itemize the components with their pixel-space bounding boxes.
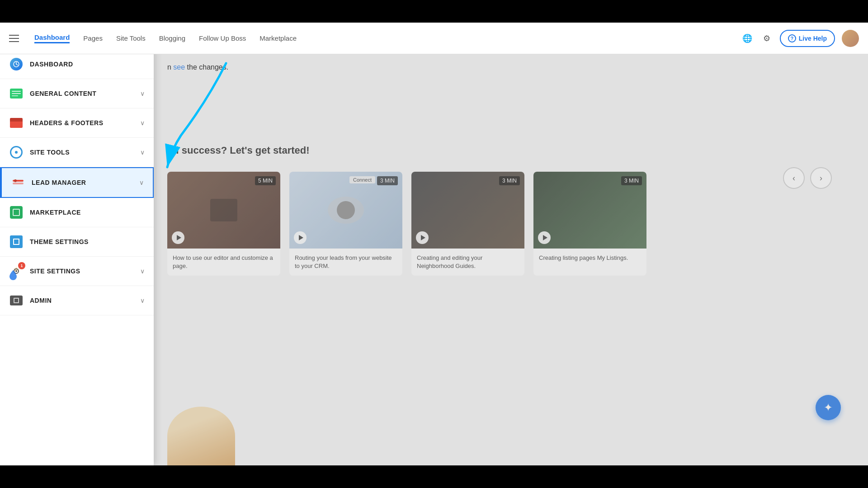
sidebar-label-general-content: GENERAL CONTENT bbox=[30, 90, 140, 97]
chevron-admin: ∨ bbox=[140, 297, 145, 304]
dashboard-icon bbox=[9, 57, 24, 71]
nav-dashboard[interactable]: Dashboard bbox=[34, 33, 70, 43]
lead-manager-icon bbox=[11, 175, 25, 190]
nav-blogging[interactable]: Blogging bbox=[159, 34, 185, 42]
live-help-label: Live Help bbox=[799, 35, 827, 42]
main-nav: Dashboard Pages Site Tools Blogging Foll… bbox=[34, 33, 741, 43]
sidebar-label-site-tools: SITE TOOLS bbox=[30, 149, 140, 156]
gear-icon[interactable]: ⚙ bbox=[760, 32, 773, 45]
nav-follow-up-boss[interactable]: Follow Up Boss bbox=[199, 34, 246, 42]
svg-point-3 bbox=[14, 179, 17, 182]
site-tools-icon bbox=[9, 145, 24, 160]
chevron-general-content: ∨ bbox=[140, 90, 145, 97]
headers-footers-icon bbox=[9, 116, 24, 130]
hamburger-button[interactable] bbox=[9, 30, 25, 47]
sidebar-overlay bbox=[154, 54, 868, 465]
sidebar-label-theme-settings: THEME SETTINGS bbox=[30, 238, 145, 245]
sidebar-label-admin: ADMIN bbox=[30, 297, 140, 304]
svg-rect-2 bbox=[13, 183, 24, 184]
nav-marketplace[interactable]: Marketplace bbox=[259, 34, 297, 42]
sidebar-label-site-settings: SITE SETTINGS bbox=[30, 267, 140, 275]
avatar[interactable] bbox=[842, 30, 859, 47]
chevron-lead-manager: ∨ bbox=[139, 179, 144, 186]
chevron-site-settings: ∨ bbox=[140, 267, 145, 275]
sidebar-item-headers-footers[interactable]: HEADERS & FOOTERS ∨ bbox=[0, 108, 154, 138]
sidebar-items: DASHBOARD GENERAL CONTENT ∨ HEA bbox=[0, 50, 154, 315]
globe-icon[interactable]: 🌐 bbox=[741, 32, 754, 45]
sidebar-label-lead-manager: LEAD MANAGER bbox=[32, 179, 139, 186]
nav-site-tools[interactable]: Site Tools bbox=[116, 34, 146, 42]
sidebar-item-site-settings[interactable]: 1 SITE SETTINGS ∨ bbox=[0, 257, 154, 286]
chevron-headers-footers: ∨ bbox=[140, 119, 145, 127]
sidebar-item-lead-manager[interactable]: LEAD MANAGER ∨ bbox=[0, 167, 154, 198]
sidebar-item-marketplace[interactable]: MARKETPLACE bbox=[0, 198, 154, 227]
sidebar-item-site-tools[interactable]: SITE TOOLS ∨ bbox=[0, 138, 154, 167]
sidebar-label-marketplace: MARKETPLACE bbox=[30, 209, 145, 216]
marketplace-icon bbox=[9, 205, 24, 220]
general-content-icon bbox=[9, 86, 24, 101]
chevron-site-tools: ∨ bbox=[140, 149, 145, 156]
sidebar-item-theme-settings[interactable]: THEME SETTINGS bbox=[0, 227, 154, 257]
notification-badge: 1 bbox=[18, 262, 25, 269]
admin-icon bbox=[9, 293, 24, 308]
nav-pages[interactable]: Pages bbox=[83, 34, 103, 42]
live-help-icon: ? bbox=[788, 34, 796, 42]
sidebar-label-dashboard: DASHBOARD bbox=[30, 61, 145, 68]
sidebar-item-admin[interactable]: ADMIN ∨ bbox=[0, 286, 154, 315]
top-black-bar bbox=[0, 0, 868, 23]
live-help-button[interactable]: ? Live Help bbox=[780, 30, 835, 47]
site-settings-icon: 1 bbox=[9, 264, 24, 278]
theme-settings-icon bbox=[9, 235, 24, 249]
header-right: 🌐 ⚙ ? Live Help bbox=[741, 30, 859, 47]
bottom-black-bar bbox=[0, 465, 868, 488]
sidebar-item-general-content[interactable]: GENERAL CONTENT ∨ bbox=[0, 79, 154, 108]
header: Dashboard Pages Site Tools Blogging Foll… bbox=[0, 23, 868, 54]
sidebar-label-headers-footers: HEADERS & FOOTERS bbox=[30, 119, 140, 127]
sidebar-menu: MENU ✕ DASHBOARD bbox=[0, 23, 154, 465]
